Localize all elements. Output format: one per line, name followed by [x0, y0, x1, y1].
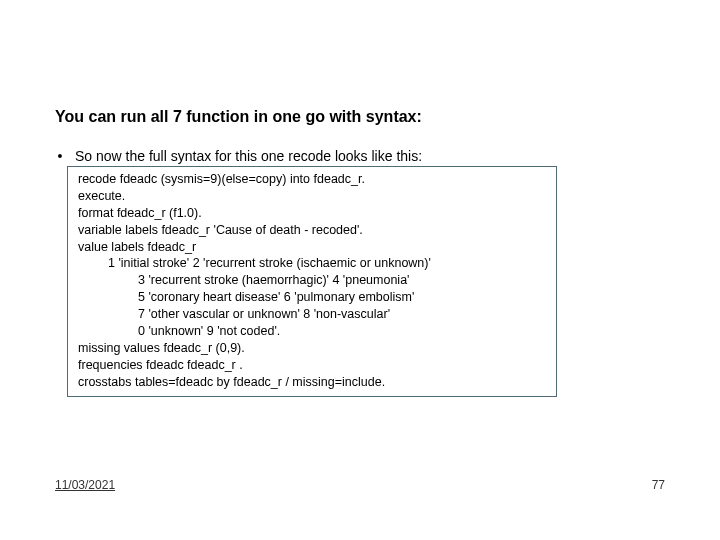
code-line: 5 'coronary heart disease' 6 'pulmonary …: [78, 289, 546, 306]
bullet-dot: •: [55, 148, 65, 164]
slide: You can run all 7 function in one go wit…: [0, 0, 720, 540]
code-line: 1 'initial stroke' 2 'recurrent stroke (…: [78, 255, 546, 272]
code-line: missing values fdeadc_r (0,9).: [78, 340, 546, 357]
code-line: 0 'unknown' 9 'not coded'.: [78, 323, 546, 340]
code-line: frequencies fdeadc fdeadc_r .: [78, 357, 546, 374]
code-line: variable labels fdeadc_r 'Cause of death…: [78, 222, 546, 239]
code-line: recode fdeadc (sysmis=9)(else=copy) into…: [78, 171, 546, 188]
bullet-text: So now the full syntax for this one reco…: [75, 148, 422, 164]
footer-page-number: 77: [652, 478, 665, 492]
footer-date: 11/03/2021: [55, 478, 115, 492]
code-line: 3 'recurrent stroke (haemorrhagic)' 4 'p…: [78, 272, 546, 289]
code-line: format fdeadc_r (f1.0).: [78, 205, 546, 222]
code-line: value labels fdeadc_r: [78, 239, 546, 256]
code-box: recode fdeadc (sysmis=9)(else=copy) into…: [67, 166, 557, 397]
slide-title: You can run all 7 function in one go wit…: [55, 108, 422, 126]
code-line: execute.: [78, 188, 546, 205]
code-line: 7 'other vascular or unknown' 8 'non-vas…: [78, 306, 546, 323]
code-line: crosstabs tables=fdeadc by fdeadc_r / mi…: [78, 374, 546, 391]
bullet-item: • So now the full syntax for this one re…: [55, 148, 422, 164]
